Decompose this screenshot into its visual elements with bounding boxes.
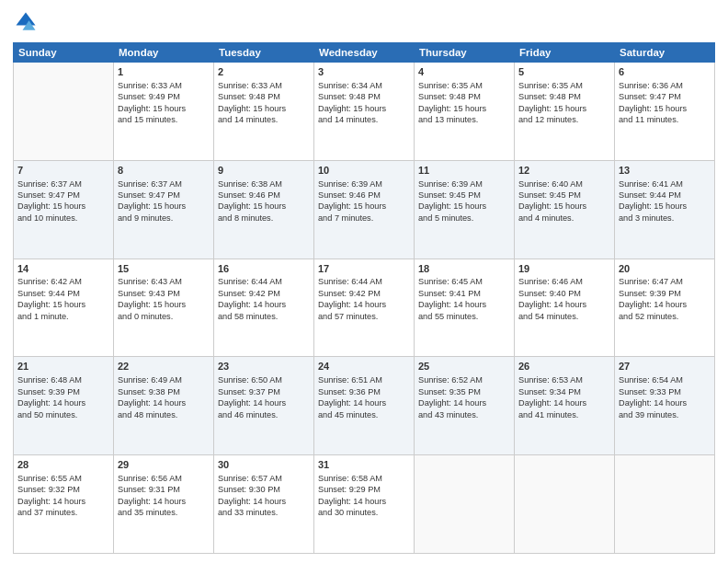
weekday-friday: Friday [515,43,615,63]
day-info: Sunrise: 6:35 AMSunset: 9:48 PMDaylight:… [418,80,510,126]
day-info: Sunrise: 6:58 AMSunset: 9:29 PMDaylight:… [318,473,410,519]
day-number: 6 [619,65,711,79]
day-info: Sunrise: 6:39 AMSunset: 9:45 PMDaylight:… [418,178,510,224]
calendar-cell: 19Sunrise: 6:46 AMSunset: 9:40 PMDayligh… [515,259,615,357]
day-number: 18 [418,262,510,276]
weekday-thursday: Thursday [415,43,515,63]
calendar-cell: 21Sunrise: 6:48 AMSunset: 9:39 PMDayligh… [14,357,114,455]
weekday-monday: Monday [114,43,214,63]
weekday-sunday: Sunday [14,43,114,63]
calendar-cell: 27Sunrise: 6:54 AMSunset: 9:33 PMDayligh… [615,357,715,455]
calendar-cell: 23Sunrise: 6:50 AMSunset: 9:37 PMDayligh… [214,357,314,455]
day-info: Sunrise: 6:37 AMSunset: 9:47 PMDaylight:… [17,178,109,224]
calendar-cell: 25Sunrise: 6:52 AMSunset: 9:35 PMDayligh… [415,357,515,455]
day-info: Sunrise: 6:33 AMSunset: 9:49 PMDaylight:… [118,80,210,126]
calendar-cell: 26Sunrise: 6:53 AMSunset: 9:34 PMDayligh… [515,357,615,455]
day-info: Sunrise: 6:53 AMSunset: 9:34 PMDaylight:… [518,374,610,420]
calendar-cell: 4Sunrise: 6:35 AMSunset: 9:48 PMDaylight… [415,63,515,161]
day-number: 3 [318,65,410,79]
day-info: Sunrise: 6:37 AMSunset: 9:47 PMDaylight:… [118,178,210,224]
calendar-cell: 7Sunrise: 6:37 AMSunset: 9:47 PMDaylight… [14,160,114,259]
weekday-saturday: Saturday [615,43,715,63]
day-info: Sunrise: 6:39 AMSunset: 9:46 PMDaylight:… [318,178,410,224]
calendar-cell: 2Sunrise: 6:33 AMSunset: 9:48 PMDaylight… [214,63,314,161]
calendar-cell: 10Sunrise: 6:39 AMSunset: 9:46 PMDayligh… [314,160,415,259]
calendar-week-0: 1Sunrise: 6:33 AMSunset: 9:49 PMDaylight… [14,63,715,161]
day-info: Sunrise: 6:35 AMSunset: 9:48 PMDaylight:… [518,80,610,126]
day-number: 16 [218,262,310,276]
weekday-header-row: SundayMondayTuesdayWednesdayThursdayFrid… [14,43,715,63]
day-info: Sunrise: 6:42 AMSunset: 9:44 PMDaylight:… [17,276,109,322]
day-number: 5 [518,65,610,79]
day-number: 8 [118,164,210,178]
day-info: Sunrise: 6:55 AMSunset: 9:32 PMDaylight:… [17,473,109,519]
calendar-cell: 14Sunrise: 6:42 AMSunset: 9:44 PMDayligh… [14,259,114,357]
calendar-cell: 13Sunrise: 6:41 AMSunset: 9:44 PMDayligh… [615,160,715,259]
logo-icon [13,9,39,35]
calendar-cell: 15Sunrise: 6:43 AMSunset: 9:43 PMDayligh… [114,259,214,357]
day-info: Sunrise: 6:44 AMSunset: 9:42 PMDaylight:… [318,276,410,322]
calendar-cell: 18Sunrise: 6:45 AMSunset: 9:41 PMDayligh… [415,259,515,357]
day-number: 30 [218,458,310,472]
day-number: 25 [418,360,510,373]
day-info: Sunrise: 6:48 AMSunset: 9:39 PMDaylight:… [17,374,109,420]
day-info: Sunrise: 6:41 AMSunset: 9:44 PMDaylight:… [619,178,711,224]
calendar-cell: 11Sunrise: 6:39 AMSunset: 9:45 PMDayligh… [415,160,515,259]
day-info: Sunrise: 6:34 AMSunset: 9:48 PMDaylight:… [318,80,410,126]
day-number: 21 [17,360,109,373]
day-number: 17 [318,262,410,276]
day-info: Sunrise: 6:38 AMSunset: 9:46 PMDaylight:… [218,178,310,224]
calendar-cell: 16Sunrise: 6:44 AMSunset: 9:42 PMDayligh… [214,259,314,357]
day-info: Sunrise: 6:43 AMSunset: 9:43 PMDaylight:… [118,276,210,322]
calendar-cell: 12Sunrise: 6:40 AMSunset: 9:45 PMDayligh… [515,160,615,259]
day-number: 24 [318,360,410,373]
calendar-cell: 22Sunrise: 6:49 AMSunset: 9:38 PMDayligh… [114,357,214,455]
calendar-cell: 17Sunrise: 6:44 AMSunset: 9:42 PMDayligh… [314,259,415,357]
day-info: Sunrise: 6:36 AMSunset: 9:47 PMDaylight:… [619,80,711,126]
calendar-cell [515,455,615,554]
day-info: Sunrise: 6:51 AMSunset: 9:36 PMDaylight:… [318,374,410,420]
day-info: Sunrise: 6:57 AMSunset: 9:30 PMDaylight:… [218,473,310,519]
calendar-cell: 6Sunrise: 6:36 AMSunset: 9:47 PMDaylight… [615,63,715,161]
day-number: 9 [218,164,310,178]
page-header [13,9,715,35]
calendar-cell: 30Sunrise: 6:57 AMSunset: 9:30 PMDayligh… [214,455,314,554]
day-number: 26 [518,360,610,373]
day-number: 11 [418,164,510,178]
calendar-week-2: 14Sunrise: 6:42 AMSunset: 9:44 PMDayligh… [14,259,715,357]
day-number: 29 [118,458,210,472]
day-info: Sunrise: 6:56 AMSunset: 9:31 PMDaylight:… [118,473,210,519]
day-number: 2 [218,65,310,79]
day-info: Sunrise: 6:44 AMSunset: 9:42 PMDaylight:… [218,276,310,322]
day-number: 28 [17,458,109,472]
calendar-cell: 3Sunrise: 6:34 AMSunset: 9:48 PMDaylight… [314,63,415,161]
day-number: 1 [118,65,210,79]
calendar-cell: 29Sunrise: 6:56 AMSunset: 9:31 PMDayligh… [114,455,214,554]
calendar-cell: 1Sunrise: 6:33 AMSunset: 9:49 PMDaylight… [114,63,214,161]
day-number: 14 [17,262,109,276]
calendar-cell: 31Sunrise: 6:58 AMSunset: 9:29 PMDayligh… [314,455,415,554]
calendar-week-1: 7Sunrise: 6:37 AMSunset: 9:47 PMDaylight… [14,160,715,259]
day-number: 4 [418,65,510,79]
day-number: 15 [118,262,210,276]
day-number: 23 [218,360,310,373]
day-number: 7 [17,164,109,178]
calendar-cell [415,455,515,554]
day-number: 20 [619,262,711,276]
day-info: Sunrise: 6:33 AMSunset: 9:48 PMDaylight:… [218,80,310,126]
day-number: 31 [318,458,410,472]
calendar-week-3: 21Sunrise: 6:48 AMSunset: 9:39 PMDayligh… [14,357,715,455]
svg-marker-0 [17,13,36,26]
calendar-cell: 28Sunrise: 6:55 AMSunset: 9:32 PMDayligh… [14,455,114,554]
day-number: 13 [619,164,711,178]
day-number: 27 [619,360,711,373]
calendar-cell: 9Sunrise: 6:38 AMSunset: 9:46 PMDaylight… [214,160,314,259]
weekday-wednesday: Wednesday [314,43,415,63]
day-info: Sunrise: 6:54 AMSunset: 9:33 PMDaylight:… [619,374,711,420]
calendar-cell: 20Sunrise: 6:47 AMSunset: 9:39 PMDayligh… [615,259,715,357]
day-info: Sunrise: 6:46 AMSunset: 9:40 PMDaylight:… [518,276,610,322]
day-number: 12 [518,164,610,178]
weekday-tuesday: Tuesday [214,43,314,63]
logo [13,9,42,35]
calendar-week-4: 28Sunrise: 6:55 AMSunset: 9:32 PMDayligh… [14,455,715,554]
